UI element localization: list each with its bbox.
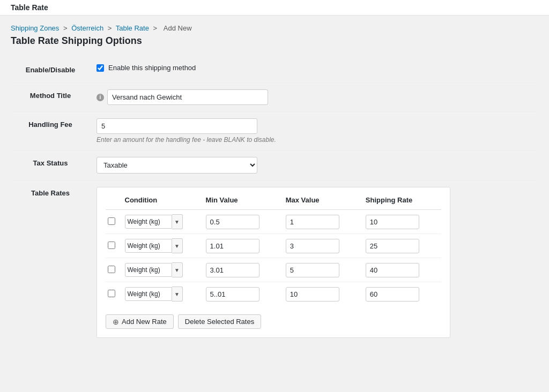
rates-table: Condition Min Value Max Value Shipping R… <box>106 196 441 306</box>
handling-fee-label: Handling Fee <box>11 112 97 150</box>
handling-fee-input[interactable] <box>97 118 257 134</box>
add-new-rate-button[interactable]: ⊕ Add New Rate <box>106 314 174 329</box>
page-title: Table Rate Shipping Options <box>11 35 538 47</box>
rates-col-checkbox <box>106 196 121 210</box>
delete-selected-label: Delete Selected Rates <box>185 318 254 326</box>
max-value-input-4[interactable] <box>286 287 339 301</box>
main-content: Shipping Zones > Österreich > Table Rate… <box>0 16 549 353</box>
method-title-field-wrap: i <box>97 89 538 105</box>
handling-fee-hint: Enter an amount for the handling fee - l… <box>97 136 538 144</box>
row-checkbox-1[interactable] <box>108 217 115 225</box>
rates-col-min-value: Min Value <box>202 196 281 210</box>
method-title-input[interactable] <box>107 89 268 105</box>
table-rates-label: Table Rates <box>11 180 97 345</box>
condition-wrap-1: Weight (kg) Weight (lb) Item Count Price… <box>125 214 197 229</box>
max-value-input-2[interactable] <box>286 239 339 253</box>
min-value-input-3[interactable] <box>206 263 259 277</box>
breadcrumb-shipping-zones[interactable]: Shipping Zones <box>11 24 59 32</box>
handling-fee-row: Handling Fee Enter an amount for the han… <box>11 112 538 150</box>
condition-select-4[interactable]: Weight (kg) Weight (lb) Item Count Price <box>125 287 172 301</box>
rates-col-shipping-rate: Shipping Rate <box>361 196 441 210</box>
tax-status-label: Tax Status <box>11 150 97 180</box>
condition-chevron-1[interactable]: ▼ <box>172 214 183 229</box>
row-checkbox-4[interactable] <box>108 290 115 297</box>
plus-icon: ⊕ <box>113 318 119 326</box>
rates-col-condition: Condition <box>121 196 202 210</box>
breadcrumb-sep2: > <box>108 24 112 32</box>
table-rates-row: Table Rates Condition Min Value Max Valu… <box>11 180 538 345</box>
min-value-input-1[interactable] <box>206 215 259 229</box>
breadcrumb-current: Add New <box>164 24 192 32</box>
table-row: Weight (kg) Weight (lb) Item Count Price… <box>106 210 441 234</box>
max-value-input-1[interactable] <box>286 215 339 229</box>
condition-wrap-2: Weight (kg) Weight (lb) Item Count Price… <box>125 238 197 253</box>
condition-select-1[interactable]: Weight (kg) Weight (lb) Item Count Price <box>125 215 172 229</box>
condition-wrap-3: Weight (kg) Weight (lb) Item Count Price… <box>125 262 197 277</box>
delete-selected-rates-button[interactable]: Delete Selected Rates <box>178 314 261 329</box>
condition-chevron-3[interactable]: ▼ <box>172 262 183 277</box>
condition-select-2[interactable]: Weight (kg) Weight (lb) Item Count Price <box>125 239 172 253</box>
enable-shipping-checkbox[interactable] <box>97 64 104 72</box>
tax-status-row: Tax Status Taxable None <box>11 150 538 180</box>
tab-title: Table Rate <box>11 3 48 12</box>
condition-chevron-4[interactable]: ▼ <box>172 287 183 301</box>
rates-actions: ⊕ Add New Rate Delete Selected Rates <box>106 314 441 329</box>
condition-chevron-2[interactable]: ▼ <box>172 238 183 253</box>
shipping-rate-input-3[interactable] <box>366 263 419 277</box>
max-value-input-3[interactable] <box>286 263 339 277</box>
enable-disable-row: Enable/Disable Enable this shipping meth… <box>11 57 538 83</box>
table-row: Weight (kg) Weight (lb) Item Count Price… <box>106 282 441 306</box>
method-title-row: Method Title i <box>11 83 538 112</box>
rates-table-header: Condition Min Value Max Value Shipping R… <box>106 196 441 210</box>
breadcrumb-osterreich[interactable]: Österreich <box>71 24 103 32</box>
method-title-info-icon[interactable]: i <box>97 94 104 101</box>
table-row: Weight (kg) Weight (lb) Item Count Price… <box>106 234 441 258</box>
enable-disable-field: Enable this shipping method <box>97 64 538 72</box>
shipping-rate-input-2[interactable] <box>366 239 419 253</box>
rates-col-max-value: Max Value <box>281 196 361 210</box>
min-value-input-2[interactable] <box>206 239 259 253</box>
method-title-label: Method Title <box>11 83 97 112</box>
enable-shipping-label: Enable this shipping method <box>108 64 196 72</box>
enable-disable-label: Enable/Disable <box>11 57 97 83</box>
table-rates-panel: Condition Min Value Max Value Shipping R… <box>97 187 450 338</box>
min-value-input-4[interactable] <box>206 287 259 301</box>
shipping-rate-input-1[interactable] <box>366 215 419 229</box>
breadcrumb-sep1: > <box>63 24 68 32</box>
row-checkbox-3[interactable] <box>108 266 115 273</box>
tax-status-select[interactable]: Taxable None <box>97 157 257 174</box>
breadcrumb-sep3: > <box>153 24 158 32</box>
settings-form: Enable/Disable Enable this shipping meth… <box>11 57 538 344</box>
row-checkbox-2[interactable] <box>108 242 115 249</box>
condition-wrap-4: Weight (kg) Weight (lb) Item Count Price… <box>125 287 197 301</box>
admin-bar: Table Rate <box>0 0 549 16</box>
shipping-rate-input-4[interactable] <box>366 287 419 301</box>
condition-select-3[interactable]: Weight (kg) Weight (lb) Item Count Price <box>125 263 172 277</box>
table-row: Weight (kg) Weight (lb) Item Count Price… <box>106 258 441 282</box>
add-new-rate-label: Add New Rate <box>122 318 167 326</box>
breadcrumb-table-rate[interactable]: Table Rate <box>116 24 149 32</box>
breadcrumb: Shipping Zones > Österreich > Table Rate… <box>11 24 538 32</box>
